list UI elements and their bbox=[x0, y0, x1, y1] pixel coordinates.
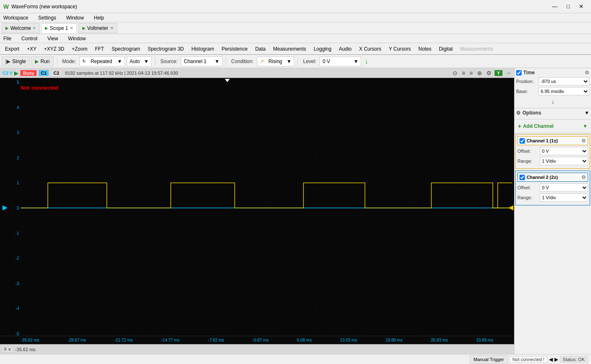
mode-dropdown-arrow: ▼ bbox=[117, 59, 122, 64]
btn-ycursors[interactable]: Y Cursors bbox=[385, 45, 414, 53]
title-controls[interactable]: — □ ✕ bbox=[548, 2, 588, 10]
zoom-out-icon[interactable]: ≡ bbox=[468, 69, 474, 77]
ch1-offset-select[interactable]: 0 V bbox=[540, 147, 588, 155]
tab-voltmeter-close[interactable]: ✕ bbox=[110, 26, 113, 30]
zoom-in-icon[interactable]: ≡ bbox=[460, 69, 466, 77]
time-down-arrow[interactable]: ↓ bbox=[516, 97, 589, 106]
source-value: Channel 1 bbox=[184, 59, 207, 64]
ch1-range-select[interactable]: 1 V/div bbox=[540, 157, 588, 165]
scope-canvas bbox=[0, 78, 514, 336]
menu-window2[interactable]: Window bbox=[66, 35, 88, 42]
btn-notes[interactable]: Notes bbox=[415, 45, 435, 53]
x-label-0: -35.62 ms bbox=[21, 338, 39, 342]
time-checkbox[interactable] bbox=[516, 70, 522, 76]
options-section: ⚙ Options ▼ bbox=[515, 108, 591, 120]
tab-voltmeter[interactable]: ▶ Voltmeter ✕ bbox=[79, 23, 117, 33]
ch2-range-select[interactable]: 1 V/div bbox=[540, 193, 588, 202]
btn-histogram[interactable]: Histogram bbox=[188, 45, 218, 53]
channel2-gear-icon[interactable]: ⚙ bbox=[581, 174, 586, 180]
level-label: Level: bbox=[301, 59, 318, 64]
tab-welcome[interactable]: ▶ Welcome + bbox=[2, 23, 39, 33]
tab-scope1-close[interactable]: ✕ bbox=[70, 26, 73, 30]
menu-control[interactable]: Control bbox=[20, 35, 39, 42]
btn-spectrogram3d[interactable]: Spectrogram 3D bbox=[144, 45, 187, 53]
add-channel-button[interactable]: + Add Channel ▼ bbox=[516, 121, 589, 131]
run-button[interactable]: ▶ Run bbox=[31, 56, 53, 66]
channel1-checkbox[interactable] bbox=[520, 138, 525, 144]
x-label-1: -28.67 ms bbox=[68, 338, 86, 342]
menu-help[interactable]: Help bbox=[92, 14, 106, 22]
source-dropdown[interactable]: Channel 1 ▼ bbox=[181, 56, 222, 66]
status-arrow-right[interactable]: ▶ bbox=[554, 357, 558, 362]
x-label-8: 19.98 ms bbox=[385, 338, 402, 342]
zoom-icon[interactable]: ⊕ bbox=[476, 69, 483, 77]
channel2-section: Channel 2 (2±) ⚙ Offset: 0 V Range: 1 V/… bbox=[515, 171, 590, 205]
xy-label[interactable]: X ∨ bbox=[2, 346, 13, 353]
menu-window[interactable]: Window bbox=[64, 14, 86, 22]
x-labels: -35.62 ms -28.67 ms -21.72 ms -14.77 ms … bbox=[0, 338, 514, 342]
minimize-button[interactable]: — bbox=[548, 2, 561, 10]
channel1-header: Channel 1 (1±) ⚙ bbox=[517, 136, 588, 145]
btn-persistence[interactable]: Persistence bbox=[218, 45, 251, 53]
options-arrow[interactable]: ▼ bbox=[584, 110, 589, 116]
btn-fft[interactable]: FFT bbox=[91, 45, 107, 53]
c1-badge[interactable]: C1 bbox=[38, 70, 49, 76]
level-dropdown[interactable]: 0 V ▼ bbox=[320, 56, 361, 66]
btn-digital[interactable]: Digital bbox=[436, 45, 456, 53]
x-label-2: -21.72 ms bbox=[114, 338, 133, 342]
btn-export[interactable]: Export bbox=[2, 45, 23, 53]
condition-dropdown[interactable]: ↗ Rising ▼ bbox=[257, 56, 294, 66]
ch2-arrow-left[interactable]: ▶ bbox=[2, 203, 7, 211]
close-button[interactable]: ✕ bbox=[575, 2, 588, 10]
status-arrow-left[interactable]: ◀ bbox=[549, 357, 553, 362]
tab-scope1[interactable]: ▶ Scope 1 ✕ bbox=[41, 23, 77, 33]
tab-bar: ▶ Welcome + ▶ Scope 1 ✕ ▶ Voltmeter ✕ bbox=[0, 22, 591, 34]
trigger-arrow-down[interactable]: ↓ bbox=[364, 57, 368, 66]
toolbar-separator-3 bbox=[226, 57, 226, 66]
menu-view[interactable]: View bbox=[46, 35, 60, 42]
c2-badge[interactable]: C2 bbox=[51, 70, 62, 76]
btn-logging[interactable]: Logging bbox=[310, 45, 335, 53]
rising-icon: ↗ bbox=[260, 59, 264, 64]
tab-welcome-add[interactable]: + bbox=[33, 25, 36, 31]
condition-value: Rising bbox=[268, 59, 282, 64]
title-bar: W WaveForms (new workspace) — □ ✕ bbox=[0, 0, 591, 13]
mode-dropdown[interactable]: ↻ Repeated ▼ bbox=[79, 56, 125, 66]
position-select[interactable]: -870 us bbox=[539, 77, 589, 86]
btn-measurements2[interactable]: Measurements bbox=[457, 45, 496, 53]
zoom-fit-icon[interactable]: ⊙ bbox=[451, 69, 459, 77]
btn-xyz3d[interactable]: +XYZ 3D bbox=[41, 45, 68, 53]
btn-xy[interactable]: +XY bbox=[24, 45, 40, 53]
single-button[interactable]: |▶ Single bbox=[2, 56, 30, 66]
ch1-arrow-right[interactable]: ◀ bbox=[508, 203, 513, 211]
channel2-checkbox[interactable] bbox=[520, 175, 525, 180]
channel1-gear-icon[interactable]: ⚙ bbox=[581, 138, 586, 144]
mode-icon: ↻ bbox=[82, 59, 86, 64]
menu-settings[interactable]: Settings bbox=[37, 14, 58, 22]
main-content: C2 V ▶ Busy C1 C2 8192 samples at 117.92… bbox=[0, 68, 591, 354]
auto-dropdown[interactable]: Auto ▼ bbox=[127, 56, 152, 66]
btn-spectrogram[interactable]: Spectrogram bbox=[108, 45, 143, 53]
scope-canvas-container[interactable]: Not connected ▶ ◀ bbox=[0, 78, 514, 336]
scope-arrow-right: ▶ bbox=[14, 70, 19, 76]
coord-value: -35.62 ms bbox=[15, 347, 35, 352]
scope-icons: ⊙ ≡ ≡ ⊕ ⚙ Y → bbox=[451, 69, 512, 77]
btn-audio[interactable]: Audio bbox=[335, 45, 355, 53]
manual-trigger-button[interactable]: Manual Trigger bbox=[470, 355, 507, 364]
x-axis: -35.62 ms -28.67 ms -21.72 ms -14.77 ms … bbox=[0, 336, 514, 344]
time-gear-icon[interactable]: ⚙ bbox=[585, 70, 589, 76]
maximize-button[interactable]: □ bbox=[562, 2, 574, 10]
y-button[interactable]: Y bbox=[495, 70, 502, 76]
btn-zoom[interactable]: +Zoom bbox=[69, 45, 91, 53]
btn-measurements[interactable]: Measurements bbox=[270, 45, 309, 53]
app-title: WaveForms (new workspace) bbox=[11, 4, 77, 10]
channel1-section: Channel 1 (1±) ⚙ Offset: 0 V Range: 1 V/… bbox=[515, 134, 590, 169]
btn-data[interactable]: Data bbox=[252, 45, 269, 53]
menu-workspace[interactable]: Workspace bbox=[2, 14, 30, 22]
options-title: Options bbox=[522, 110, 541, 116]
menu-file[interactable]: File bbox=[2, 35, 13, 42]
ch2-offset-select[interactable]: 0 V bbox=[540, 183, 588, 192]
settings-icon[interactable]: ⚙ bbox=[485, 69, 493, 77]
base-select[interactable]: 6.95 ms/div bbox=[539, 87, 589, 95]
btn-xcursors[interactable]: X Cursors bbox=[356, 45, 384, 53]
